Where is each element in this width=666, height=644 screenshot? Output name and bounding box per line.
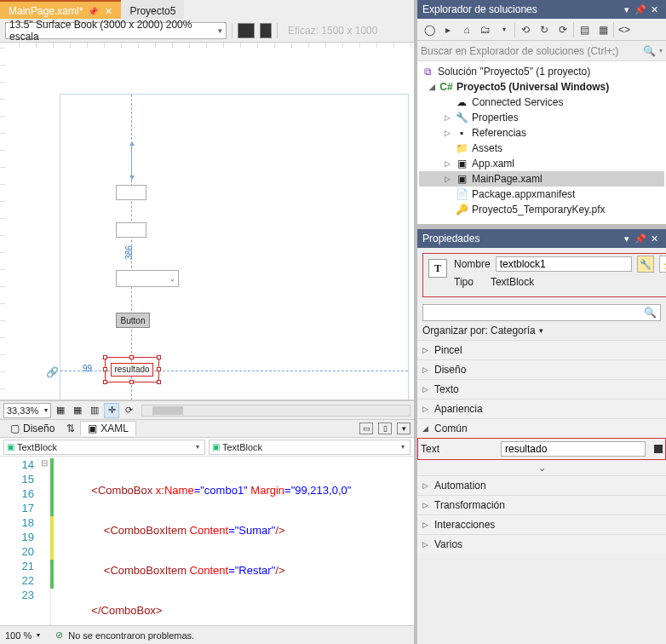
button-control[interactable]: Button <box>116 313 150 328</box>
collapse-icon[interactable]: ◢ <box>422 424 429 433</box>
breadcrumb-item[interactable]: ▣ TextBlock ▾ <box>209 440 411 455</box>
snap-lines-icon[interactable]: ✛ <box>104 403 119 418</box>
tree-item[interactable]: ▷▣App.xaml <box>419 156 664 171</box>
resize-handle[interactable] <box>103 367 107 371</box>
design-surface[interactable]: ⌄ Button resultado 386 99 🔗 <box>0 43 414 400</box>
home-icon[interactable]: ⌂ <box>458 21 475 38</box>
tree-item[interactable]: ▷🔧Properties <box>419 110 664 125</box>
pane-design-tab[interactable]: ▢ Diseño <box>3 422 61 435</box>
cat-comun[interactable]: ◢Común Text ⌄ <box>417 418 666 475</box>
expand-icon[interactable]: ▷ <box>443 129 451 137</box>
expand-icon[interactable]: ▷ <box>422 346 429 354</box>
grid-icon[interactable]: ▦ <box>53 403 68 418</box>
device-scale-dropdown[interactable]: 13.5" Surface Book (3000 x 2000) 200% es… <box>5 22 227 39</box>
grid-icon[interactable]: ▦ <box>70 403 85 418</box>
orientation-portrait-button[interactable] <box>260 23 272 38</box>
resize-handle[interactable] <box>157 367 161 371</box>
expand-icon[interactable]: ▷ <box>422 365 429 374</box>
lightning-button[interactable]: ⚡ <box>659 256 666 273</box>
resize-handle[interactable] <box>157 355 161 359</box>
close-icon[interactable]: ✕ <box>647 233 661 244</box>
tree-item[interactable]: ☁Connected Services <box>419 95 664 110</box>
cat-interacciones[interactable]: ▷Interacciones <box>417 515 666 534</box>
zoom-level[interactable]: 100 % <box>5 630 32 641</box>
textbox-2[interactable] <box>116 222 146 238</box>
pane-xaml-tab[interactable]: ▣ XAML <box>80 421 136 436</box>
refresh-icon[interactable]: ⟳ <box>121 403 136 418</box>
expand-icon[interactable]: ▷ <box>443 159 451 168</box>
solution-icon[interactable]: 🗂 <box>477 21 494 38</box>
tab-mainpage[interactable]: MainPage.xaml* 📌 ✕ <box>0 0 121 19</box>
collapse-icon[interactable]: ▤ <box>576 21 593 38</box>
forward-icon[interactable]: ▸ <box>439 21 456 38</box>
properties-search[interactable]: 🔍 <box>422 304 661 321</box>
expand-icon[interactable]: ◢ <box>428 83 436 91</box>
cat-varios[interactable]: ▷Varios <box>417 534 666 554</box>
tree-item[interactable]: 📄Package.appxmanifest <box>419 187 664 202</box>
collapse-pane-button[interactable]: ▾ <box>397 423 411 434</box>
textbox-1[interactable] <box>116 185 146 200</box>
pin-icon[interactable]: 📌 <box>634 233 647 244</box>
tab-proyecto5[interactable]: Proyecto5 <box>121 0 184 19</box>
back-icon[interactable]: ◯ <box>421 21 438 38</box>
organize-by[interactable]: Organizar por: Categoría ▾ <box>417 323 666 340</box>
text-input[interactable] <box>501 441 646 457</box>
properties-title[interactable]: Propiedades ▾ 📌 ✕ <box>417 229 666 248</box>
selection-outline[interactable]: resultado <box>105 357 159 382</box>
expand-icon[interactable]: ▷ <box>422 520 429 529</box>
tree-item-selected[interactable]: ▷▣MainPage.xaml <box>419 171 664 187</box>
tree-project[interactable]: ◢ C# Proyecto5 (Universal Windows) <box>419 79 664 95</box>
solution-tree[interactable]: ⧉ Solución "Proyecto5" (1 proyecto) ◢ C#… <box>417 61 666 224</box>
combobox[interactable]: ⌄ <box>116 270 179 287</box>
resize-handle[interactable] <box>157 380 161 384</box>
expand-icon[interactable]: ▷ <box>422 540 429 549</box>
swap-panes-button[interactable]: ⇅ <box>66 423 75 434</box>
split-vertical-button[interactable]: ▯ <box>378 423 392 434</box>
scrollbar-thumb[interactable] <box>152 406 183 415</box>
cat-automation[interactable]: ▷Automation <box>417 475 666 495</box>
resize-handle[interactable] <box>103 380 107 384</box>
refresh-icon[interactable]: ↻ <box>536 21 553 38</box>
tree-item[interactable]: ▷▪Referencias <box>419 125 664 141</box>
name-input[interactable] <box>496 256 632 272</box>
xaml-editor[interactable]: 14151617181920212223 ⊟ <ComboBox x:Name=… <box>0 457 414 625</box>
events-button[interactable]: 🔧 <box>637 256 654 273</box>
cat-diseno[interactable]: ▷Diseño <box>417 359 666 379</box>
problems-label[interactable]: No se encontraron problemas. <box>68 630 194 641</box>
sync-icon[interactable]: ⟲ <box>517 21 534 38</box>
resize-handle[interactable] <box>103 355 107 359</box>
tree-solution[interactable]: ⧉ Solución "Proyecto5" (1 proyecto) <box>419 64 664 79</box>
zoom-dropdown[interactable]: 33,33%▾ <box>3 403 51 418</box>
solution-search[interactable]: Buscar en Explorador de soluciones (Ctrl… <box>417 41 666 61</box>
code-lines[interactable]: <ComboBox x:Name="combo1" Margin="99,213… <box>51 457 351 625</box>
chevron-down-icon[interactable]: ▾ <box>496 21 513 38</box>
expand-icon[interactable]: ▷ <box>422 385 429 394</box>
chevron-down-icon[interactable]: ▾ <box>659 47 663 55</box>
artboard[interactable]: ⌄ Button resultado 386 99 <box>60 94 409 400</box>
expand-icon[interactable]: ▷ <box>443 175 451 183</box>
refresh-all-icon[interactable]: ⟳ <box>554 21 571 38</box>
resize-handle[interactable] <box>129 355 134 359</box>
cat-pincel[interactable]: ▷Pincel <box>417 340 666 359</box>
textblock-control[interactable]: resultado <box>111 363 153 377</box>
pin-icon[interactable]: 📌 <box>634 4 647 15</box>
resize-handle[interactable] <box>129 380 134 384</box>
expand-more-button[interactable]: ⌄ <box>417 460 666 475</box>
horizontal-scrollbar[interactable] <box>141 405 411 417</box>
tree-item[interactable]: 📁Assets <box>419 141 664 156</box>
cat-texto[interactable]: ▷Texto <box>417 379 666 399</box>
breadcrumb-item[interactable]: ▣ TextBlock ▾ <box>3 440 205 455</box>
solution-explorer-title[interactable]: Explorador de soluciones ▾ 📌 ✕ <box>417 0 666 19</box>
cat-apariencia[interactable]: ▷Apariencia <box>417 399 666 418</box>
expand-icon[interactable]: ▷ <box>443 113 451 122</box>
property-marker[interactable] <box>654 445 663 453</box>
cat-transformacion[interactable]: ▷Transformación <box>417 495 666 515</box>
orientation-landscape-button[interactable] <box>238 23 255 38</box>
chevron-down-icon[interactable]: ▾ <box>620 4 634 15</box>
chevron-down-icon[interactable]: ▾ <box>620 233 634 244</box>
tree-item[interactable]: 🔑Proyecto5_TemporaryKey.pfx <box>419 202 664 217</box>
expand-icon[interactable]: ▷ <box>422 405 429 413</box>
snap-icon[interactable]: ▥ <box>87 403 102 418</box>
code-view-icon[interactable]: <> <box>616 21 633 38</box>
expand-icon[interactable]: ▷ <box>422 481 429 490</box>
